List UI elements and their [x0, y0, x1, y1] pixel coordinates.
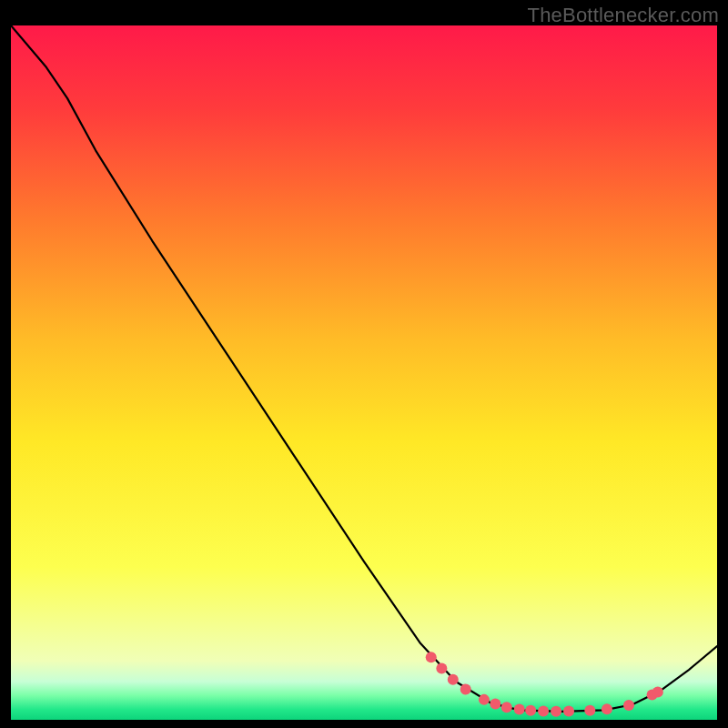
chart-svg [11, 25, 717, 720]
data-marker [448, 674, 459, 685]
data-marker [602, 703, 612, 714]
data-marker [652, 686, 663, 697]
data-marker [514, 704, 525, 715]
gradient-background [11, 25, 717, 720]
data-marker [551, 706, 561, 717]
data-marker [563, 705, 574, 716]
plot-area [11, 25, 717, 720]
chart-root: TheBottlenecker.com [0, 0, 728, 728]
data-marker [538, 705, 549, 716]
data-marker [460, 683, 471, 694]
data-marker [501, 702, 512, 713]
data-marker [436, 663, 447, 674]
data-marker [584, 705, 595, 716]
data-marker [426, 652, 437, 662]
data-marker [479, 694, 490, 705]
watermark-text: TheBottlenecker.com [528, 4, 719, 27]
data-marker [525, 705, 536, 716]
data-marker [623, 700, 634, 711]
data-marker [490, 698, 500, 709]
